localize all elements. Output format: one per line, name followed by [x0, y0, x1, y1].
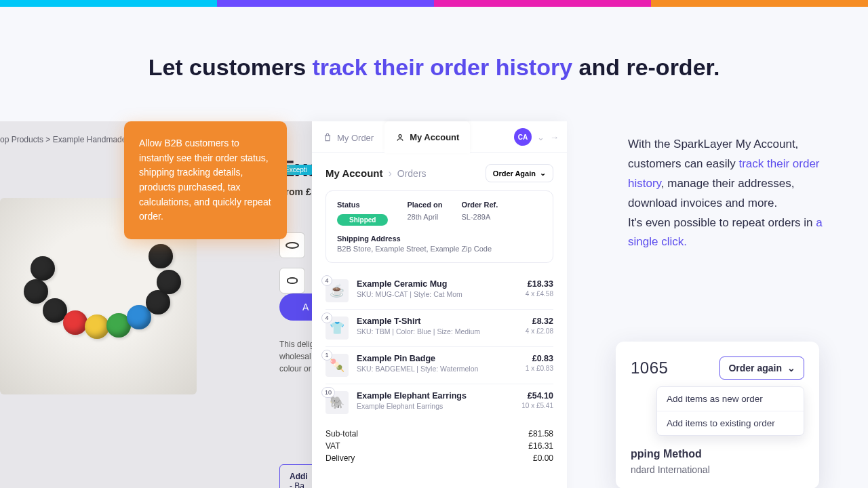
- arrow-right-icon[interactable]: →: [550, 132, 559, 142]
- order-ref-label: Order Ref.: [461, 201, 498, 209]
- order-line-item: 4👕Example T-ShirtSKU: TBM | Color: Blue …: [326, 310, 553, 347]
- chevron-down-icon: ⌄: [787, 363, 795, 373]
- breadcrumb-leaf: Orders: [397, 168, 427, 179]
- user-icon: [395, 133, 405, 142]
- chevron-right-icon: ›: [388, 167, 391, 180]
- shipping-address-value: B2B Store, Example Street, Example Zip C…: [337, 245, 542, 253]
- line-price: £54.10: [521, 391, 553, 401]
- line-unit-price: 10 x £5.41: [521, 402, 553, 409]
- order-again-menu: Add items as new order Add items to exis…: [656, 386, 804, 436]
- line-unit-price: 1 x £0.83: [526, 365, 553, 372]
- line-unit-price: 4 x £4.58: [526, 290, 553, 298]
- order-ref-value: SL-289A: [461, 213, 498, 221]
- line-name: Example T-Shirt: [357, 317, 480, 326]
- line-sku: SKU: TBM | Color: Blue | Size: Medium: [357, 327, 480, 336]
- bag-icon: [323, 133, 332, 142]
- subtotal-label: Sub-total: [326, 429, 358, 439]
- line-price: £8.32: [526, 317, 553, 326]
- vat-value: £16.31: [528, 441, 553, 451]
- chevron-down-icon: ⌄: [540, 169, 546, 178]
- shipping-address-label: Shipping Address: [337, 235, 542, 243]
- line-price: £18.33: [526, 279, 553, 289]
- chevron-down-icon[interactable]: ⌄: [537, 132, 545, 142]
- menu-item-new-order[interactable]: Add items as new order: [657, 387, 804, 411]
- order-number: 1065: [631, 359, 668, 378]
- qty-badge: 4: [321, 312, 332, 323]
- brand-stripe: [0, 0, 868, 7]
- status-label: Status: [337, 201, 388, 209]
- qty-badge: 1: [321, 350, 332, 361]
- line-name: Example Ceramic Mug: [357, 279, 462, 289]
- account-breadcrumb: My Account › Orders Order Again ⌄: [326, 164, 553, 182]
- page-headline: Let customers track their order history …: [0, 54, 868, 81]
- vat-label: VAT: [326, 441, 340, 451]
- panel-tabs: My Order My Account CA ⌄ →: [312, 121, 567, 153]
- qty-badge: 10: [321, 387, 335, 398]
- status-badge: Shipped: [337, 214, 388, 226]
- order-line-item: 10🐘Example Elephant EarringsExample Elep…: [326, 384, 553, 421]
- order-again-button[interactable]: Order again ⌄: [719, 357, 804, 380]
- line-unit-price: 4 x £2.08: [526, 327, 553, 335]
- placed-on-label: Placed on: [407, 201, 442, 209]
- subtotal-value: £81.58: [528, 429, 553, 439]
- feature-callout: Allow B2B customers to instantly see the…: [124, 121, 287, 239]
- my-account-panel: My Order My Account CA ⌄ → My Account › …: [312, 121, 567, 488]
- order-totals: Sub-total£81.58 VAT£16.31 Delivery£0.00: [326, 428, 553, 464]
- line-sku: SKU: BADGEMEL | Style: Watermelon: [357, 365, 478, 373]
- breadcrumb-root[interactable]: My Account: [326, 167, 382, 179]
- order-line-item: 1🍡Example Pin BadgeSKU: BADGEMEL | Style…: [326, 347, 553, 384]
- line-name: Example Elephant Earrings: [357, 391, 467, 401]
- order-again-button[interactable]: Order Again ⌄: [486, 164, 553, 182]
- order-line-item: 4☕Example Ceramic MugSKU: MUG-CAT | Styl…: [326, 272, 553, 310]
- line-sku: Example Elephant Earrings: [357, 402, 467, 410]
- line-sku: SKU: MUG-CAT | Style: Cat Mom: [357, 290, 462, 298]
- variant-swatch[interactable]: [279, 268, 305, 293]
- feature-description: With the SparkLayer My Account, customer…: [628, 135, 825, 252]
- order-again-card: 1065 Order again ⌄ Add items as new orde…: [616, 342, 819, 488]
- line-price: £0.83: [526, 354, 553, 363]
- shipping-method-value: ndard International: [631, 464, 804, 475]
- svg-point-0: [399, 134, 401, 137]
- placed-on-value: 28th April: [407, 213, 442, 221]
- shipping-method-label: pping Method: [631, 448, 804, 460]
- qty-badge: 4: [321, 275, 332, 286]
- order-status-card: Status Shipped Placed on 28th April Orde…: [326, 190, 553, 263]
- menu-item-existing-order[interactable]: Add items to existing order: [657, 411, 804, 435]
- delivery-value: £0.00: [533, 453, 553, 463]
- tab-my-order[interactable]: My Order: [312, 122, 384, 152]
- tab-my-account[interactable]: My Account: [384, 121, 470, 153]
- delivery-label: Delivery: [326, 453, 355, 463]
- line-name: Example Pin Badge: [357, 354, 478, 363]
- user-avatar[interactable]: CA: [514, 128, 532, 146]
